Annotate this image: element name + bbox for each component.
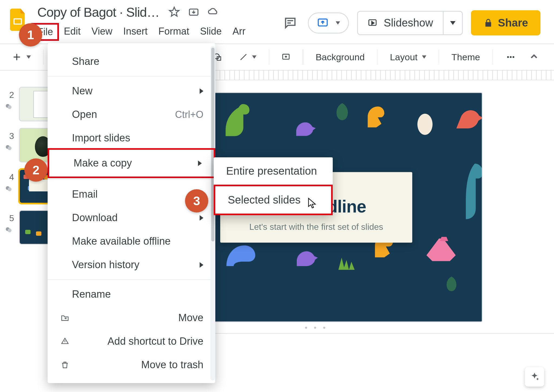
menu-item-move[interactable]: Move — [48, 306, 215, 330]
menu-item-new[interactable]: New — [48, 79, 215, 103]
menu-view[interactable]: View — [91, 26, 112, 38]
comments-icon[interactable] — [281, 14, 300, 32]
svg-point-11 — [510, 56, 512, 58]
layout-button[interactable]: Layout — [385, 49, 431, 65]
star-icon[interactable] — [169, 6, 180, 19]
slideshow-button[interactable]: Slideshow — [357, 11, 463, 35]
menu-item-shortcut[interactable]: Add shortcut to Drive — [48, 330, 215, 353]
slideshow-label: Slideshow — [384, 17, 433, 29]
header-actions: Slideshow Share — [281, 5, 549, 35]
menu-format[interactable]: Format — [159, 26, 189, 38]
thumbnail-number: 5 — [3, 210, 14, 223]
chevron-down-icon — [336, 21, 340, 25]
file-menu-dropdown: Share New OpenCtrl+O Import slides Make … — [48, 43, 215, 383]
svg-point-18 — [8, 187, 12, 191]
slide-subtitle: Let's start with the first set of slides — [236, 222, 396, 232]
menu-item-make-copy[interactable]: Make a copy — [48, 148, 215, 178]
annotation-badge: 2 — [24, 158, 48, 182]
menu-insert[interactable]: Insert — [123, 26, 147, 38]
chevron-right-icon — [200, 88, 203, 94]
menu-slide[interactable]: Slide — [200, 26, 222, 38]
chevron-right-icon — [198, 161, 202, 166]
svg-point-20 — [8, 228, 12, 232]
menu-item-version[interactable]: Version history — [48, 253, 215, 277]
transition-icon — [5, 103, 12, 110]
present-button[interactable] — [308, 12, 349, 34]
separator — [269, 49, 269, 65]
drive-shortcut-icon — [61, 337, 70, 346]
new-slide-button[interactable] — [6, 49, 36, 65]
more-button[interactable] — [500, 49, 521, 65]
separator — [303, 49, 303, 65]
chevron-down-icon — [422, 55, 426, 59]
move-folder-icon[interactable] — [188, 6, 199, 19]
separator — [43, 49, 44, 65]
annotation-badge: 3 — [185, 189, 208, 212]
menu-item-rename[interactable]: Rename — [48, 283, 215, 306]
line-button[interactable] — [234, 50, 261, 64]
mouse-cursor-icon — [307, 197, 317, 210]
menu-edit[interactable]: Edit — [64, 26, 81, 38]
separator — [48, 179, 215, 180]
svg-point-21 — [417, 114, 433, 135]
thumbnail-number: 4 — [3, 169, 14, 182]
separator — [439, 49, 439, 65]
title-area: Copy of Bagot · Slid… File Edit View Ins… — [37, 5, 273, 38]
menu-arrange[interactable]: Arr — [233, 26, 246, 38]
svg-point-16 — [8, 146, 12, 150]
menu-item-import[interactable]: Import slides — [48, 126, 215, 150]
svg-point-14 — [8, 105, 12, 109]
transition-icon — [5, 144, 12, 151]
menu-item-share[interactable]: Share — [48, 50, 215, 73]
svg-point-10 — [507, 56, 509, 58]
transition-icon — [5, 185, 12, 192]
menubar: File Edit View Insert Format Slide Arr — [37, 26, 273, 38]
separator — [48, 76, 215, 77]
collapse-toolbar-button[interactable] — [529, 51, 548, 63]
document-title[interactable]: Copy of Bagot · Slid… — [37, 5, 159, 20]
comment-add-button[interactable] — [277, 50, 295, 64]
app-header: Copy of Bagot · Slid… File Edit View Ins… — [0, 0, 554, 38]
folder-icon — [61, 314, 70, 322]
drag-dots-icon: • • • — [305, 323, 328, 332]
cloud-status-icon[interactable] — [207, 6, 219, 19]
menu-item-offline[interactable]: Make available offline — [48, 230, 215, 253]
share-button[interactable]: Share — [471, 10, 540, 35]
slideshow-dropdown[interactable] — [443, 12, 462, 34]
svg-point-12 — [513, 56, 515, 58]
submenu-item-entire[interactable]: Entire presentation — [214, 157, 333, 185]
chevron-down-icon — [27, 55, 31, 59]
trash-icon — [61, 361, 70, 369]
chevron-right-icon — [200, 262, 203, 268]
chevron-right-icon — [200, 215, 203, 221]
share-label: Share — [498, 17, 528, 29]
thumbnail-number: 3 — [3, 128, 14, 141]
thumbnail-number: 2 — [3, 87, 14, 100]
background-button[interactable]: Background — [311, 49, 370, 65]
menu-item-open[interactable]: OpenCtrl+O — [48, 103, 215, 126]
svg-rect-1 — [15, 19, 21, 24]
theme-button[interactable]: Theme — [447, 49, 485, 65]
separator — [493, 49, 493, 65]
chevron-down-icon — [252, 55, 256, 59]
separator — [48, 279, 215, 280]
annotation-badge: 1 — [19, 23, 42, 46]
separator — [377, 49, 377, 65]
chevron-down-icon — [450, 21, 456, 25]
transition-icon — [5, 226, 12, 234]
menu-item-trash[interactable]: Move to trash — [48, 353, 215, 377]
explore-button[interactable] — [525, 367, 544, 387]
